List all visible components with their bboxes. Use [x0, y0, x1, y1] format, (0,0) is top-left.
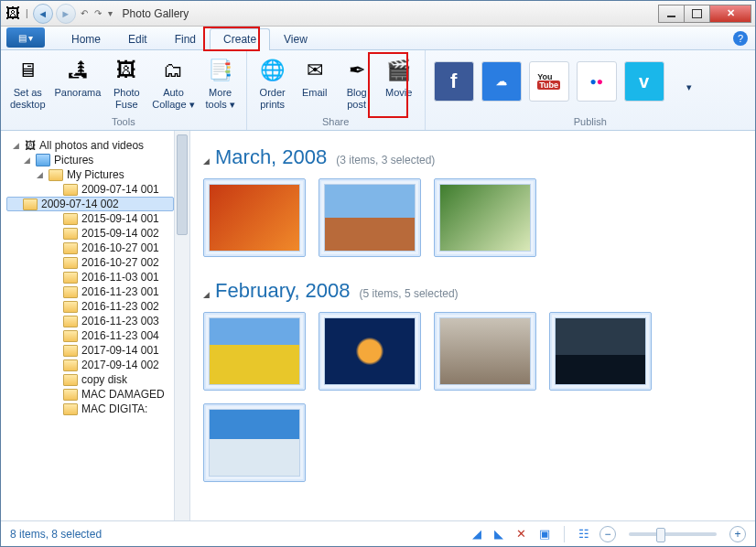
blog-post-button[interactable]: ✒Blog post — [337, 54, 377, 112]
tree-scrollbar[interactable] — [175, 131, 190, 520]
thumbnail-image — [324, 184, 416, 252]
zoom-slider[interactable] — [629, 532, 717, 536]
file-button[interactable]: ▤ ▾ — [6, 27, 45, 48]
maximize-button[interactable] — [684, 5, 710, 23]
group-title[interactable]: February, 2008 — [215, 279, 351, 303]
vimeo-button[interactable]: v — [624, 61, 664, 102]
group-count: (5 items, 5 selected) — [360, 287, 459, 300]
undo-icon[interactable]: ↶ — [79, 8, 90, 18]
ribbon-group-share: 🌐Order prints ✉Email ✒Blog post 🎬Movie S… — [247, 50, 426, 130]
zoom-out-button[interactable]: − — [599, 526, 616, 542]
thumbnail[interactable] — [549, 312, 652, 391]
photo-fuse-button[interactable]: 🖼Photo Fuse — [106, 54, 146, 112]
order-prints-button[interactable]: 🌐Order prints — [253, 54, 293, 112]
qat-separator: | — [24, 8, 30, 18]
email-button[interactable]: ✉Email — [295, 54, 335, 101]
group-title[interactable]: March, 2008 — [215, 145, 327, 169]
rotate-right-icon[interactable]: ◣ — [491, 527, 506, 541]
flickr-button[interactable]: ●● — [577, 61, 617, 102]
nav-forward-button[interactable]: ► — [56, 4, 76, 24]
divider — [564, 526, 565, 542]
help-icon[interactable]: ? — [733, 31, 748, 46]
thumbnail[interactable] — [319, 178, 421, 257]
tree-folder[interactable]: 2015-09-14 002 — [6, 226, 174, 241]
tree-folder[interactable]: 2016-10-27 002 — [6, 255, 174, 270]
thumbnail-image — [439, 184, 531, 252]
folder-tree[interactable]: ◢🖼All photos and videos ◢Pictures ◢My Pi… — [1, 131, 175, 520]
collage-icon: 🗂 — [158, 56, 188, 85]
thumbnail-image — [209, 184, 300, 252]
tree-folder[interactable]: 2009-07-14 001 — [6, 182, 174, 197]
tree-my-pictures[interactable]: ◢My Pictures — [6, 167, 174, 182]
group-collapse-icon[interactable]: ◢ — [203, 290, 210, 299]
close-button[interactable] — [709, 5, 751, 23]
thumbnail[interactable] — [319, 312, 421, 391]
thumbnail[interactable] — [203, 403, 306, 482]
folder-label: 2015-09-14 002 — [81, 227, 159, 240]
thumbnail-image — [555, 317, 646, 385]
scrollbar-thumb[interactable] — [177, 134, 188, 235]
tree-folder[interactable]: MAC DIGITA: — [6, 402, 174, 416]
thumbnail[interactable] — [203, 178, 306, 257]
panorama-button[interactable]: 🏞Panorama — [51, 54, 105, 101]
tree-folder[interactable]: 2016-10-27 001 — [6, 241, 174, 255]
thumbnail-image — [209, 409, 300, 477]
tree-folder[interactable]: MAC DAMAGED — [6, 387, 174, 402]
youtube-button[interactable]: YouTube — [529, 61, 569, 102]
tab-view[interactable]: View — [270, 28, 321, 50]
rotate-left-icon[interactable]: ◢ — [470, 527, 484, 541]
details-view-icon[interactable]: ☷ — [576, 527, 592, 541]
tree-folder[interactable]: 2016-11-23 002 — [6, 299, 174, 314]
folder-icon — [63, 213, 78, 225]
redo-icon[interactable]: ↷ — [92, 8, 103, 18]
tab-find[interactable]: Find — [161, 28, 210, 50]
movie-button[interactable]: 🎬Movie — [379, 54, 419, 101]
tree-folder[interactable]: 2017-09-14 002 — [6, 358, 174, 372]
group-label-tools: Tools — [1, 114, 246, 130]
photo-fuse-icon: 🖼 — [112, 56, 141, 85]
thumbnail-pane[interactable]: ◢March, 2008(3 items, 3 selected)◢Februa… — [190, 131, 755, 520]
ribbon: 🖥Set as desktop 🏞Panorama 🖼Photo Fuse 🗂A… — [1, 50, 755, 131]
thumbnail[interactable] — [434, 312, 536, 391]
tree-folder[interactable]: 2009-07-14 002 — [6, 197, 174, 211]
qat-dropdown-icon[interactable]: ▾ — [106, 8, 114, 18]
envelope-icon: ✉ — [300, 56, 329, 85]
folder-icon — [63, 301, 78, 313]
tab-home[interactable]: Home — [58, 28, 114, 50]
publish-more-button[interactable]: ▾ — [669, 78, 709, 95]
folder-label: MAC DIGITA: — [81, 402, 147, 415]
more-tools-button[interactable]: 📑More tools ▾ — [200, 54, 241, 112]
folder-label: 2016-10-27 002 — [81, 256, 159, 269]
tree-folder[interactable]: 2016-11-23 003 — [6, 314, 174, 328]
title-bar: 🖼 | ◄ ► ↶ ↷ ▾ Photo Gallery — [1, 1, 755, 27]
auto-collage-button[interactable]: 🗂Auto Collage ▾ — [148, 54, 198, 112]
tree-folder[interactable]: copy disk — [6, 372, 174, 387]
tree-root[interactable]: ◢🖼All photos and videos — [6, 138, 174, 153]
zoom-in-button[interactable]: + — [729, 526, 746, 542]
status-text: 8 items, 8 selected — [10, 528, 102, 541]
tab-create[interactable]: Create — [210, 28, 270, 50]
thumbnail[interactable] — [203, 312, 306, 391]
facebook-button[interactable]: f — [434, 61, 474, 102]
tree-folder[interactable]: 2016-11-23 001 — [6, 284, 174, 299]
nav-back-button[interactable]: ◄ — [33, 4, 53, 24]
slideshow-icon[interactable]: ▣ — [536, 527, 553, 541]
tab-edit[interactable]: Edit — [114, 28, 161, 50]
tree-pictures[interactable]: ◢Pictures — [6, 153, 174, 167]
set-as-desktop-button[interactable]: 🖥Set as desktop — [6, 54, 49, 112]
group-count: (3 items, 3 selected) — [336, 154, 435, 166]
movie-icon: 🎬 — [384, 56, 414, 85]
tree-folder[interactable]: 2015-09-14 001 — [6, 211, 174, 226]
onedrive-button[interactable]: ☁ — [481, 61, 522, 102]
globe-icon: 🌐 — [258, 56, 287, 85]
delete-icon[interactable]: ✕ — [513, 527, 529, 541]
folder-icon — [63, 228, 78, 240]
tree-folder[interactable]: 2016-11-03 001 — [6, 270, 174, 284]
thumbnail[interactable] — [434, 178, 536, 257]
folder-label: 2009-07-14 001 — [81, 183, 159, 196]
folder-label: 2009-07-14 002 — [41, 198, 119, 210]
tree-folder[interactable]: 2017-09-14 001 — [6, 343, 174, 358]
group-collapse-icon[interactable]: ◢ — [203, 156, 210, 166]
tree-folder[interactable]: 2016-11-23 004 — [6, 328, 174, 343]
minimize-button[interactable] — [658, 5, 685, 23]
